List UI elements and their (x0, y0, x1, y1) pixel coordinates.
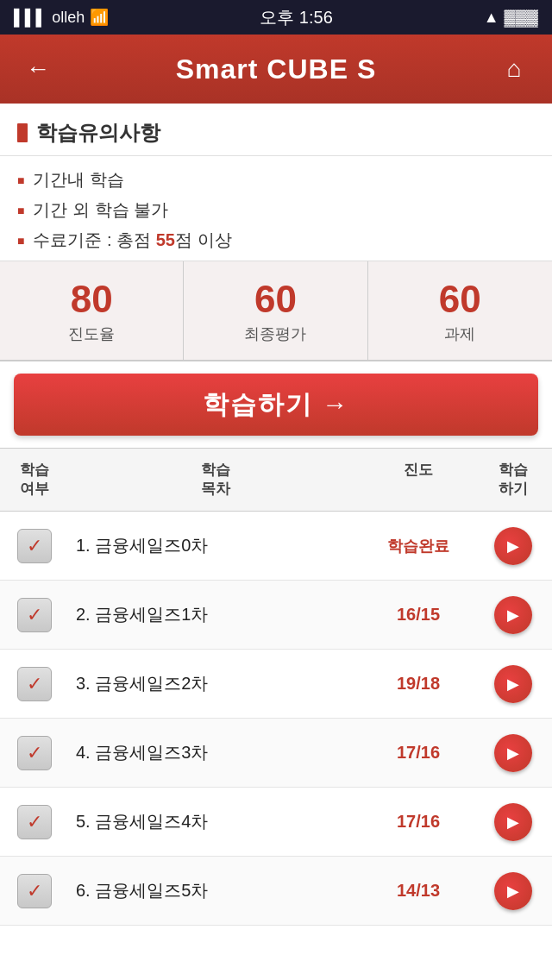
app-header: ← Smart CUBE S ⌂ (0, 35, 552, 104)
row-check-5: ✓ (0, 805, 69, 839)
checkbox-1: ✓ (17, 529, 52, 563)
play-button-6[interactable]: ▶ (494, 872, 532, 910)
score-label-final: 최종평가 (244, 324, 306, 344)
checkbox-6: ✓ (17, 874, 52, 908)
play-button-3[interactable]: ▶ (494, 665, 532, 703)
highlight-score: 55 (156, 230, 175, 249)
table-body: ✓ 1. 금융세일즈0차 학습완료 ▶ ✓ 2. 금융세일즈1차 16/15 ▶… (0, 512, 552, 926)
table-row: ✓ 2. 금융세일즈1차 16/15 ▶ (0, 581, 552, 650)
study-btn-wrap: 학습하기 → (0, 361, 552, 448)
notice-item-1: 기간내 학습 (17, 168, 535, 192)
table-row: ✓ 3. 금융세일즈2차 19/18 ▶ (0, 650, 552, 719)
notice-text-3: 수료기준 : 총점 55점 이상 (33, 229, 231, 252)
main-content: 학습유의사항 기간내 학습 기간 외 학습 불가 수료기준 : 총점 55점 이… (0, 104, 552, 980)
play-button-2[interactable]: ▶ (494, 596, 532, 634)
score-value-progress: 80 (71, 280, 113, 318)
status-time: 오후 1:56 (260, 6, 332, 29)
row-progress-2: 16/15 (362, 605, 474, 625)
checkbox-5: ✓ (17, 805, 52, 839)
section-title: 학습유의사항 (17, 119, 535, 147)
row-progress-4: 17/16 (362, 743, 474, 763)
row-action-6[interactable]: ▶ (474, 872, 552, 910)
table-row: ✓ 5. 금융세일즈4차 17/16 ▶ (0, 788, 552, 857)
score-cell-task: 60 과제 (368, 261, 552, 360)
carrier-label: olleh (52, 9, 85, 27)
row-title-5: 5. 금융세일즈4차 (69, 810, 362, 833)
row-check-1: ✓ (0, 529, 69, 563)
status-bar: ▌▌▌ olleh 📶 오후 1:56 ▲ ▓▓▓ (0, 0, 552, 35)
play-button-4[interactable]: ▶ (494, 734, 532, 772)
checkbox-4: ✓ (17, 736, 52, 770)
row-check-2: ✓ (0, 598, 69, 632)
row-title-1: 1. 금융세일즈0차 (69, 534, 362, 557)
row-action-1[interactable]: ▶ (474, 527, 552, 565)
checkbox-3: ✓ (17, 667, 52, 701)
row-title-3: 3. 금융세일즈2차 (69, 672, 362, 695)
row-title-6: 6. 금융세일즈5차 (69, 879, 362, 902)
table-header-progress: 진도 (362, 457, 474, 502)
score-value-final: 60 (254, 280, 297, 318)
section-title-wrap: 학습유의사항 (0, 104, 552, 156)
notice-text-2: 기간 외 학습 불가 (33, 198, 168, 222)
row-progress-5: 17/16 (362, 812, 474, 832)
table-header-check: 학습여부 (0, 457, 69, 502)
table-header-action: 학습하기 (474, 457, 552, 502)
back-button[interactable]: ← (17, 48, 59, 90)
row-progress-6: 14/13 (362, 881, 474, 901)
table-row: ✓ 4. 금융세일즈3차 17/16 ▶ (0, 719, 552, 788)
row-title-2: 2. 금융세일즈1차 (69, 603, 362, 626)
row-action-5[interactable]: ▶ (474, 803, 552, 841)
status-right: ▲ ▓▓▓ (484, 9, 538, 27)
status-left: ▌▌▌ olleh 📶 (14, 8, 109, 27)
signal-bars: ▌▌▌ (14, 9, 47, 27)
row-check-6: ✓ (0, 874, 69, 908)
table-row: ✓ 1. 금융세일즈0차 학습완료 ▶ (0, 512, 552, 581)
play-button-5[interactable]: ▶ (494, 803, 532, 841)
table-header: 학습여부 학습목차 진도 학습하기 (0, 448, 552, 512)
checkbox-2: ✓ (17, 598, 52, 632)
score-cell-final: 60 최종평가 (184, 261, 367, 360)
home-button[interactable]: ⌂ (493, 48, 535, 90)
score-value-task: 60 (439, 280, 481, 318)
notice-item-3: 수료기준 : 총점 55점 이상 (17, 229, 535, 252)
notice-list: 기간내 학습 기간 외 학습 불가 수료기준 : 총점 55점 이상 (0, 156, 552, 261)
score-label-progress: 진도율 (68, 324, 115, 344)
row-check-3: ✓ (0, 667, 69, 701)
row-check-4: ✓ (0, 736, 69, 770)
table-row: ✓ 6. 금융세일즈5차 14/13 ▶ (0, 857, 552, 926)
table-header-title: 학습목차 (69, 457, 362, 502)
row-progress-3: 19/18 (362, 674, 474, 694)
wifi-icon: 📶 (90, 8, 109, 27)
notice-item-2: 기간 외 학습 불가 (17, 198, 535, 222)
score-label-task: 과제 (444, 324, 475, 344)
row-action-4[interactable]: ▶ (474, 734, 552, 772)
row-progress-1: 학습완료 (362, 536, 474, 556)
score-grid: 80 진도율 60 최종평가 60 과제 (0, 261, 552, 361)
gps-icon: ▲ (484, 9, 499, 27)
play-button-1[interactable]: ▶ (494, 527, 532, 565)
study-button[interactable]: 학습하기 → (14, 374, 538, 436)
battery-icon: ▓▓▓ (505, 9, 538, 27)
app-title: Smart CUBE S (176, 53, 377, 85)
score-cell-progress: 80 진도율 (0, 261, 184, 360)
notice-text-1: 기간내 학습 (33, 168, 124, 192)
row-action-2[interactable]: ▶ (474, 596, 552, 634)
row-action-3[interactable]: ▶ (474, 665, 552, 703)
row-title-4: 4. 금융세일즈3차 (69, 741, 362, 764)
